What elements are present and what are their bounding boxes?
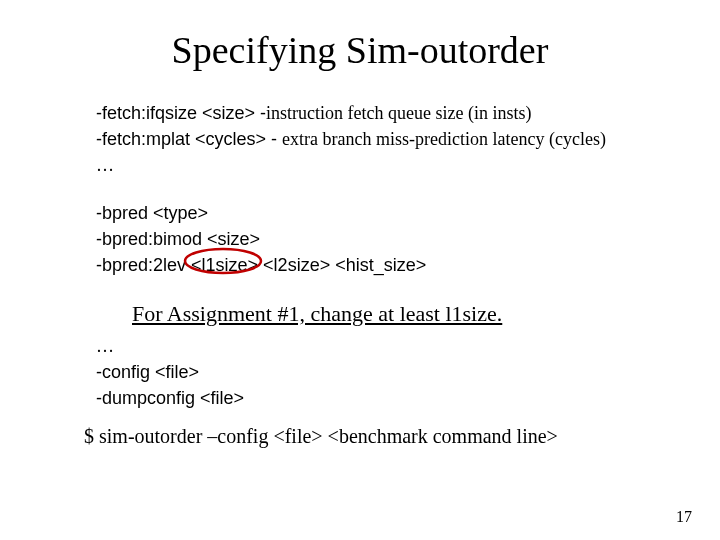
config-line: -config <file> bbox=[96, 359, 660, 385]
bpred-2lev-pre: -bpred:2lev bbox=[96, 255, 191, 275]
l1size-circled: <l1size> bbox=[191, 252, 258, 278]
fetch-mplat-cmd: -fetch:mplat <cycles> - bbox=[96, 129, 282, 149]
bpred-2lev-post: <l2size> <hist_size> bbox=[258, 255, 426, 275]
fetch-ifqsize-cmd: -fetch:ifqsize <size> - bbox=[96, 103, 266, 123]
slide-title: Specifying Sim-outorder bbox=[60, 28, 660, 72]
ellipsis-2: … bbox=[96, 333, 660, 359]
assignment-note: For Assignment #1, change at least l1siz… bbox=[132, 301, 660, 327]
fetch-options-block: -fetch:ifqsize <size> -instruction fetch… bbox=[96, 100, 660, 178]
fetch-mplat-line: -fetch:mplat <cycles> - extra branch mis… bbox=[96, 126, 660, 152]
fetch-mplat-desc: extra branch miss-prediction latency (cy… bbox=[282, 129, 606, 149]
bpred-type-line: -bpred <type> bbox=[96, 200, 660, 226]
bpred-2lev-line: -bpred:2lev <l1size> <l2size> <hist_size… bbox=[96, 252, 660, 278]
config-options-block: … -config <file> -dumpconfig <file> bbox=[96, 333, 660, 411]
fetch-ifqsize-desc: instruction fetch queue size (in insts) bbox=[266, 103, 531, 123]
l1size-text: <l1size> bbox=[191, 255, 258, 275]
command-line-example: $ sim-outorder –config <file> <benchmark… bbox=[84, 425, 660, 448]
bpred-bimod-line: -bpred:bimod <size> bbox=[96, 226, 660, 252]
page-number: 17 bbox=[676, 508, 692, 526]
fetch-ifqsize-line: -fetch:ifqsize <size> -instruction fetch… bbox=[96, 100, 660, 126]
ellipsis-1: … bbox=[96, 152, 660, 178]
bpred-options-block: -bpred <type> -bpred:bimod <size> -bpred… bbox=[96, 200, 660, 278]
dumpconfig-line: -dumpconfig <file> bbox=[96, 385, 660, 411]
slide: Specifying Sim-outorder -fetch:ifqsize <… bbox=[0, 0, 720, 448]
